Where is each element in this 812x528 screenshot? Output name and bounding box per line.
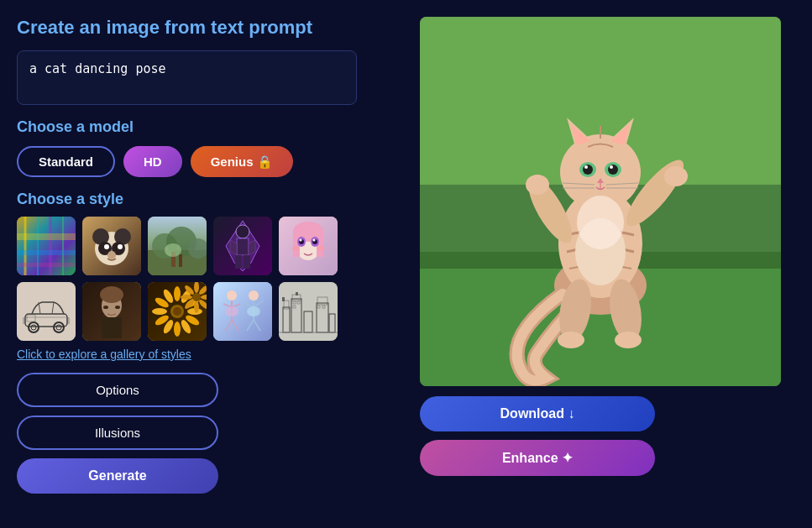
- svg-rect-110: [296, 292, 298, 295]
- svg-point-152: [615, 332, 642, 348]
- svg-point-27: [236, 225, 249, 238]
- svg-point-129: [526, 175, 549, 195]
- svg-point-74: [174, 322, 181, 337]
- svg-point-153: [577, 196, 624, 249]
- svg-rect-7: [17, 263, 76, 267]
- style-thumb-1[interactable]: [17, 217, 76, 275]
- style-thumb-4[interactable]: [213, 217, 272, 275]
- right-panel: Download ↓ Enhance ✦: [420, 17, 795, 511]
- model-hd-button[interactable]: HD: [123, 146, 182, 177]
- svg-point-85: [194, 301, 199, 313]
- style-thumb-2[interactable]: [82, 217, 141, 275]
- main-container: Create an image from text prompt a cat d…: [0, 0, 812, 528]
- style-thumb-10[interactable]: [279, 282, 338, 341]
- model-standard-button[interactable]: Standard: [17, 146, 115, 177]
- prompt-input[interactable]: a cat dancing pose: [17, 50, 357, 105]
- styles-grid: [17, 217, 403, 341]
- action-buttons-group: Options Illusions Generate: [17, 373, 218, 494]
- style-thumb-9[interactable]: [213, 282, 272, 341]
- svg-point-80: [192, 293, 201, 301]
- svg-rect-28: [237, 238, 249, 255]
- model-buttons-group: Standard HD Genius 🔒: [17, 146, 403, 177]
- svg-point-42: [300, 239, 302, 242]
- svg-point-67: [173, 307, 181, 316]
- style-thumb-8[interactable]: [148, 282, 207, 341]
- svg-point-103: [247, 306, 260, 316]
- svg-point-15: [118, 244, 123, 249]
- svg-point-14: [104, 244, 109, 249]
- download-button[interactable]: Download ↓: [420, 396, 655, 431]
- svg-point-97: [249, 290, 259, 301]
- svg-point-141: [610, 165, 613, 169]
- svg-point-87: [181, 295, 192, 300]
- options-button[interactable]: Options: [17, 373, 218, 407]
- svg-point-44: [291, 246, 300, 251]
- svg-point-138: [583, 165, 593, 175]
- svg-point-140: [584, 165, 588, 169]
- svg-point-151: [558, 332, 584, 348]
- svg-rect-64: [82, 282, 141, 341]
- style-thumb-7[interactable]: [82, 282, 141, 341]
- style-thumb-6[interactable]: [17, 282, 76, 341]
- illusions-button[interactable]: Illusions: [17, 416, 218, 450]
- svg-rect-89: [213, 282, 272, 341]
- image-buttons-group: Download ↓ Enhance ✦: [420, 396, 795, 476]
- svg-point-139: [608, 165, 618, 175]
- page-title: Create an image from text prompt: [17, 17, 403, 39]
- svg-point-24: [165, 243, 181, 257]
- svg-rect-32: [244, 255, 250, 269]
- svg-point-90: [227, 290, 237, 301]
- svg-rect-23: [179, 254, 182, 267]
- model-genius-button[interactable]: Genius 🔒: [191, 146, 293, 177]
- svg-point-45: [317, 246, 325, 251]
- style-section-label: Choose a style: [17, 191, 403, 208]
- generate-button[interactable]: Generate: [17, 458, 218, 494]
- svg-point-77: [152, 308, 167, 315]
- svg-rect-5: [17, 233, 76, 240]
- svg-rect-46: [17, 282, 76, 341]
- style-thumb-3[interactable]: [148, 217, 207, 275]
- svg-point-16: [107, 251, 116, 259]
- style-thumb-5[interactable]: [279, 217, 338, 275]
- svg-point-96: [225, 306, 238, 316]
- svg-rect-31: [235, 255, 242, 269]
- svg-rect-107: [282, 297, 285, 301]
- gallery-link[interactable]: Click to explore a gallery of styles: [17, 348, 403, 361]
- enhance-button[interactable]: Enhance ✦: [420, 440, 655, 476]
- svg-point-130: [664, 166, 688, 186]
- model-section-label: Choose a model: [17, 118, 403, 136]
- left-panel: Create an image from text prompt a cat d…: [17, 17, 403, 511]
- svg-rect-6: [17, 250, 76, 255]
- svg-point-68: [174, 286, 181, 301]
- svg-point-43: [313, 239, 316, 242]
- generated-image: [420, 17, 781, 386]
